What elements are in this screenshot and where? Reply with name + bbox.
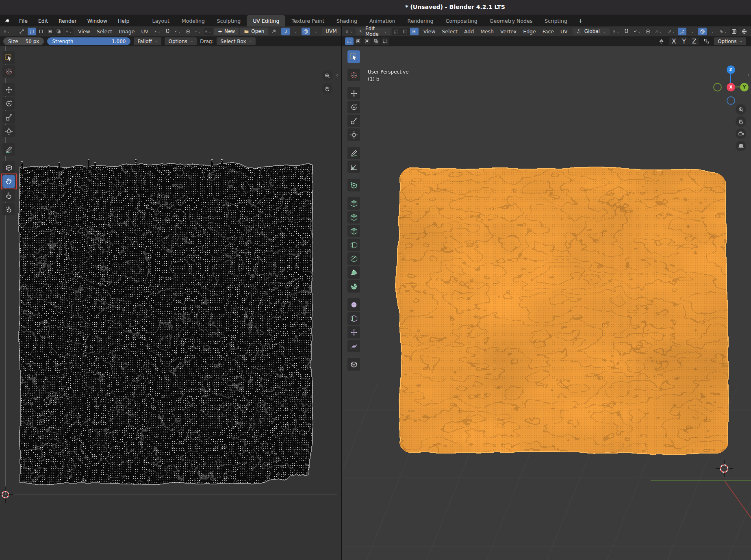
uv-sidebar-collapse-arrow[interactable]: ‹	[336, 72, 338, 78]
uv-tool-transform[interactable]	[2, 125, 15, 137]
uv-select-mode-edge[interactable]	[37, 28, 45, 35]
uv-tool-relax[interactable]	[2, 189, 15, 202]
v3d-tool-annotate[interactable]	[347, 147, 360, 159]
v3d-tool-measure[interactable]	[347, 161, 360, 173]
falloff-dropdown[interactable]: Falloff⌄	[134, 37, 161, 45]
v3d-tool-knife[interactable]	[347, 252, 360, 265]
v3d-tool-bevel[interactable]	[347, 225, 360, 237]
uv-menu-select[interactable]: Select	[93, 28, 116, 35]
uv-tool-grab[interactable]	[2, 175, 15, 188]
tab-texture-paint[interactable]: Texture Paint	[285, 15, 330, 26]
select-mode-vertex[interactable]	[392, 28, 401, 35]
uv-tool-pinch[interactable]	[2, 203, 15, 215]
uv-snap-settings-dropdown[interactable]: ⌄	[174, 28, 182, 35]
uv-select-mode-island[interactable]	[54, 28, 63, 35]
uv-menu-image[interactable]: Image	[115, 28, 138, 35]
show-object-types-dropdown[interactable]: ⌄	[667, 28, 677, 35]
tab-modeling[interactable]: Modeling	[176, 15, 211, 26]
select-mode-invert[interactable]	[372, 37, 380, 45]
v3d-tool-inset-faces[interactable]	[347, 211, 360, 224]
mode-dropdown[interactable]: Edit Mode⌄	[356, 28, 391, 35]
blender-logo-icon[interactable]	[0, 15, 14, 26]
v3d-tool-move[interactable]	[347, 87, 360, 100]
brush-strength-slider[interactable]: Strength1.000	[47, 37, 130, 45]
gizmo-z-positive[interactable]: Z	[727, 65, 735, 74]
uv-tool-annotate[interactable]	[2, 143, 15, 156]
gizmo-z-negative[interactable]	[727, 96, 735, 105]
menu-file[interactable]: File	[14, 15, 33, 26]
gizmo-x-positive[interactable]: X	[727, 83, 735, 91]
v3d-snap-toggle[interactable]	[622, 28, 631, 35]
uv-sticky-select-dropdown[interactable]: ⌄	[65, 28, 73, 35]
mirror-x-toggle[interactable]: X	[669, 37, 679, 45]
v3d-overlays-toggle[interactable]	[698, 28, 707, 35]
v3d-gizmos-dropdown[interactable]: ⌄	[688, 28, 697, 35]
v3d-tool-spin[interactable]	[347, 280, 360, 293]
v3d-tool-shear[interactable]	[347, 340, 360, 352]
options-dropdown[interactable]: Options⌄	[165, 37, 197, 45]
uv-tool-cursor[interactable]	[2, 65, 15, 78]
v3d-gizmos-toggle[interactable]	[678, 28, 686, 35]
uv-gizmos-toggle[interactable]	[281, 28, 290, 35]
v3d-pan-button[interactable]	[736, 116, 746, 127]
tab-uv-editing[interactable]: UV Editing	[247, 15, 285, 26]
select-mode-intersect[interactable]	[381, 37, 389, 45]
v3d-tool-transform[interactable]	[347, 128, 360, 141]
v3d-menu-vertex[interactable]: Vertex	[497, 28, 520, 35]
v3d-tool-poly-build[interactable]	[347, 266, 360, 279]
tab-layout[interactable]: Layout	[146, 15, 176, 26]
v3d-tool-rotate[interactable]	[347, 101, 360, 113]
mirror-y-toggle[interactable]: Y	[679, 37, 689, 45]
shading-solid-button[interactable]	[730, 28, 738, 35]
edited-mesh-orange[interactable]	[393, 160, 733, 460]
uv-pivot-dropdown[interactable]: ⌄	[153, 28, 162, 35]
uv-open-image-button[interactable]: Open	[240, 28, 268, 35]
v3d-menu-face[interactable]: Face	[539, 28, 557, 35]
uv-overlays-toggle[interactable]	[302, 28, 310, 35]
v3d-tool-rip-region[interactable]	[347, 358, 360, 371]
v3d-menu-view[interactable]: View	[420, 28, 439, 35]
menu-window[interactable]: Window	[82, 15, 113, 26]
v3d-tool-add-cube[interactable]	[347, 179, 360, 191]
mirror-z-toggle[interactable]: Z	[689, 37, 699, 45]
select-mode-new[interactable]	[345, 37, 354, 45]
uv-active-image-name[interactable]: UVM	[322, 28, 340, 35]
uv-pin-icon[interactable]	[269, 28, 278, 35]
uv-editor-type-dropdown[interactable]: ⌄	[2, 28, 11, 35]
shading-rendered-button[interactable]	[740, 28, 749, 35]
v3d-tool-extrude[interactable]	[347, 197, 360, 210]
xray-toggle[interactable]: ⌄	[718, 28, 728, 35]
uv-tool-rotate[interactable]	[2, 97, 15, 110]
v3d-tool-smooth[interactable]	[347, 298, 360, 311]
v3d-tool-shrink-fatten[interactable]	[347, 326, 360, 339]
navigation-gizmo[interactable]: Z X Y	[710, 61, 751, 109]
v3d-overlays-dropdown[interactable]: ⌄	[708, 28, 717, 35]
select-mode-subtract[interactable]	[363, 37, 371, 45]
v3d-3d-cursor[interactable]	[714, 459, 734, 478]
v3d-sidebar-collapse-arrow[interactable]: ‹	[747, 72, 749, 78]
uv-sync-selection-toggle[interactable]	[17, 28, 26, 35]
v3d-tool-loop-cut[interactable]	[347, 239, 360, 251]
select-mode-face[interactable]	[410, 28, 419, 35]
uv-overlays-dropdown[interactable]: ⌄	[312, 28, 320, 35]
tab-compositing[interactable]: Compositing	[439, 15, 483, 26]
uv-tool-scale[interactable]	[2, 111, 15, 124]
v3d-menu-edge[interactable]: Edge	[520, 28, 539, 35]
tab-sculpting[interactable]: Sculpting	[211, 15, 247, 26]
uv-new-image-button[interactable]: +New	[214, 28, 239, 35]
menu-help[interactable]: Help	[113, 15, 135, 26]
uv-proportional-falloff-dropdown[interactable]: ⌄	[194, 28, 202, 35]
uv-snap-toggle[interactable]	[163, 28, 172, 35]
v3d-proportional-edit-toggle[interactable]	[644, 28, 652, 35]
v3d-tool-select-box[interactable]	[347, 50, 360, 63]
v3d-menu-select[interactable]: Select	[438, 28, 461, 35]
uv-proportional-edit-toggle[interactable]	[184, 28, 192, 35]
uv-tool-move[interactable]	[2, 83, 15, 96]
uv-select-mode-face[interactable]	[46, 28, 54, 35]
menu-edit[interactable]: Edit	[33, 15, 53, 26]
transform-orientation-dropdown[interactable]: Global⌄	[573, 28, 610, 35]
v3d-tool-scale[interactable]	[347, 115, 360, 127]
uv-tool-rip-region[interactable]	[2, 161, 15, 174]
tab-rendering[interactable]: Rendering	[402, 15, 440, 26]
v3d-editor-type-dropdown[interactable]: ⌄	[344, 28, 354, 35]
